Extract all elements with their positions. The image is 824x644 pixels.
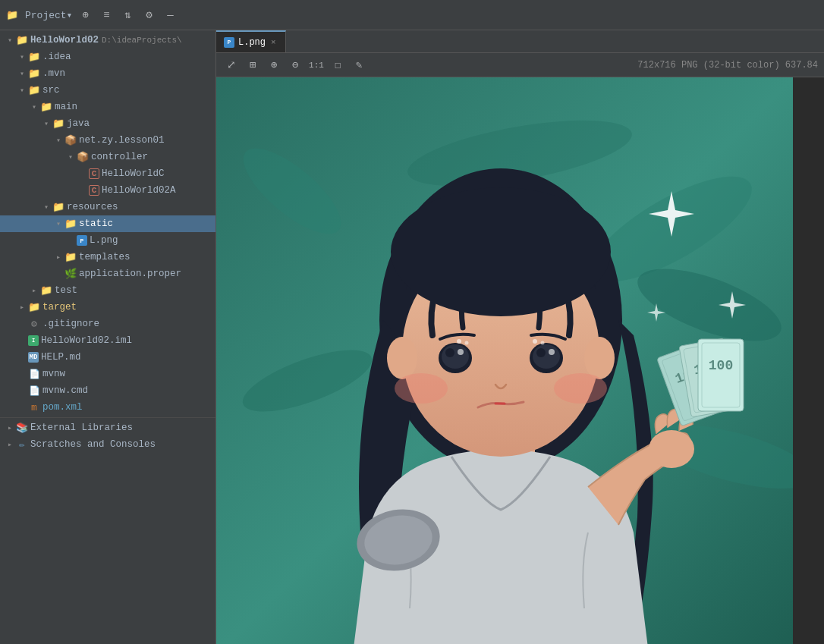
tab-lpng-label: L.png: [238, 37, 266, 48]
arrow-scratches: [5, 439, 15, 450]
svg-point-35: [457, 339, 461, 344]
label-gitignore: .gitignore: [42, 319, 99, 329]
icon-helloworldc: C: [89, 168, 99, 179]
icon-pomxml: m: [28, 401, 40, 413]
svg-point-12: [387, 337, 417, 379]
image-viewer: P L.png × ⤢ ⊞ ⊕ ⊖ 1:1 ☐ ✎ 712x716 PNG (3…: [216, 30, 824, 644]
project-nav: 📁 Project▾ ⊕ ≡ ⇅ ⚙ —: [6, 7, 818, 24]
icon-mvn: 📁: [28, 68, 40, 80]
label-test: test: [55, 285, 77, 296]
fullscreen-icon[interactable]: ⤢: [222, 56, 241, 74]
zoom-out-icon[interactable]: ⊖: [286, 56, 304, 74]
svg-point-14: [395, 373, 448, 404]
svg-point-38: [541, 341, 545, 345]
tree-item-mvnw[interactable]: 📄 mvnw: [0, 366, 215, 382]
icon-extlibs: 📚: [16, 422, 28, 434]
project-dropdown[interactable]: Project▾: [25, 9, 72, 21]
tree-item-extlibs[interactable]: 📚 External Libraries: [0, 419, 215, 436]
tree-item-helloworld02[interactable]: 📁 HelloWorld02 D:\ideaProjects\: [0, 32, 215, 49]
icon-helpmd: MD: [28, 352, 39, 363]
tree-item-mvnwcmd[interactable]: 📄 mvnw.cmd: [0, 382, 215, 399]
icon-src: 📁: [28, 84, 40, 96]
zoom-in-icon[interactable]: ⊕: [265, 56, 283, 74]
tree-item-resources[interactable]: 📁 resources: [0, 199, 215, 215]
tab-bar: P L.png ×: [216, 30, 824, 53]
svg-point-22: [536, 348, 546, 357]
label-helpmd: HELP.md: [41, 352, 81, 363]
tree-item-static[interactable]: 📁 static: [0, 215, 215, 232]
settings-icon[interactable]: ⚙: [140, 7, 157, 24]
tree-item-java[interactable]: 📁 java: [0, 115, 215, 132]
tree-item-mvn[interactable]: 📁 .mvn: [0, 65, 215, 82]
arrow-test: [29, 285, 39, 296]
label-helloworld02a: HelloWorld02A: [102, 185, 176, 196]
icon-resources: 📁: [52, 201, 64, 213]
icon-helloworld02: 📁: [16, 34, 28, 46]
top-toolbar: 📁 Project▾ ⊕ ≡ ⇅ ⚙ —: [0, 0, 824, 30]
arrow-controller: [65, 152, 76, 162]
svg-point-24: [391, 187, 611, 316]
tree-item-controller[interactable]: 📦 controller: [0, 149, 215, 165]
tree-item-helpmd[interactable]: MD HELP.md: [0, 349, 215, 366]
image-area[interactable]: 100 100 100: [216, 77, 824, 644]
structure-icon[interactable]: ≡: [98, 7, 115, 24]
sort-icon[interactable]: ⇅: [119, 7, 136, 24]
icon-gitignore: ⚙: [28, 318, 40, 330]
svg-point-15: [554, 373, 607, 404]
arrow-resources: [41, 202, 52, 212]
svg-point-13: [584, 337, 615, 379]
svg-text:100: 100: [709, 358, 733, 373]
label-templates: templates: [79, 252, 131, 262]
icon-static: 📁: [64, 218, 77, 230]
tree-item-idea[interactable]: 📁 .idea: [0, 49, 215, 65]
label-pomxml: pom.xml: [42, 402, 83, 413]
icon-templates: 📁: [64, 251, 77, 263]
arrow-mvn: [17, 68, 27, 79]
tab-lpng-icon: P: [224, 37, 234, 48]
tree-item-lpng[interactable]: P L.png: [0, 232, 215, 249]
arrow-idea: [17, 52, 27, 62]
tree-item-iml[interactable]: I HelloWorld02.iml: [0, 332, 215, 349]
edit-icon[interactable]: ✎: [350, 56, 368, 74]
tree-item-src[interactable]: 📁 src: [0, 82, 215, 99]
arrow-target: [17, 302, 27, 313]
new-file-icon[interactable]: ⊕: [77, 7, 93, 24]
image-info: 712x716 PNG (32-bit color) 637.84: [637, 60, 818, 71]
tree-item-helloworldc[interactable]: C HelloWorldC: [0, 165, 215, 182]
fit-icon[interactable]: ☐: [329, 56, 347, 74]
icon-target: 📁: [28, 301, 40, 313]
tab-lpng-close[interactable]: ×: [269, 37, 278, 48]
file-tree: 📁 HelloWorld02 D:\ideaProjects\ 📁 .idea …: [0, 30, 215, 644]
tree-item-main[interactable]: 📁 main: [0, 99, 215, 115]
label-idea: .idea: [42, 52, 71, 62]
project-folder-icon: 📁: [6, 9, 18, 21]
tab-lpng[interactable]: P L.png ×: [216, 30, 286, 52]
minimize-icon[interactable]: —: [162, 7, 178, 24]
icon-netzy: 📦: [64, 134, 77, 146]
svg-point-23: [549, 349, 555, 355]
svg-point-37: [533, 339, 537, 344]
tree-item-netzy[interactable]: 📦 net.zy.lesson01: [0, 132, 215, 149]
label-lpng: L.png: [90, 235, 118, 246]
tree-item-gitignore[interactable]: ⚙ .gitignore: [0, 316, 215, 332]
svg-point-18: [445, 348, 454, 357]
tree-item-test[interactable]: 📁 test: [0, 282, 215, 299]
icon-java-folder: 📁: [52, 118, 64, 130]
label-appprops: application.proper: [79, 269, 181, 279]
icon-appprops: 🌿: [64, 268, 77, 280]
tree-item-target[interactable]: 📁 target: [0, 299, 215, 316]
icon-main: 📁: [40, 101, 52, 113]
tree-item-pomxml[interactable]: m pom.xml: [0, 399, 215, 416]
tree-item-helloworld02a[interactable]: C HelloWorld02A: [0, 182, 215, 199]
grid-icon[interactable]: ⊞: [244, 56, 262, 74]
arrow-extlibs: [5, 423, 15, 433]
tree-item-templates[interactable]: 📁 templates: [0, 249, 215, 265]
icon-idea: 📁: [28, 51, 40, 63]
tree-item-appprops[interactable]: 🌿 application.proper: [0, 265, 215, 282]
tree-item-scratches[interactable]: ✏ Scratches and Consoles: [0, 436, 215, 453]
label-helloworldc: HelloWorldC: [102, 168, 165, 179]
arrow-templates: [53, 252, 64, 262]
actual-size-icon[interactable]: 1:1: [307, 56, 326, 74]
svg-point-25: [649, 430, 694, 468]
svg-rect-32: [698, 339, 744, 411]
